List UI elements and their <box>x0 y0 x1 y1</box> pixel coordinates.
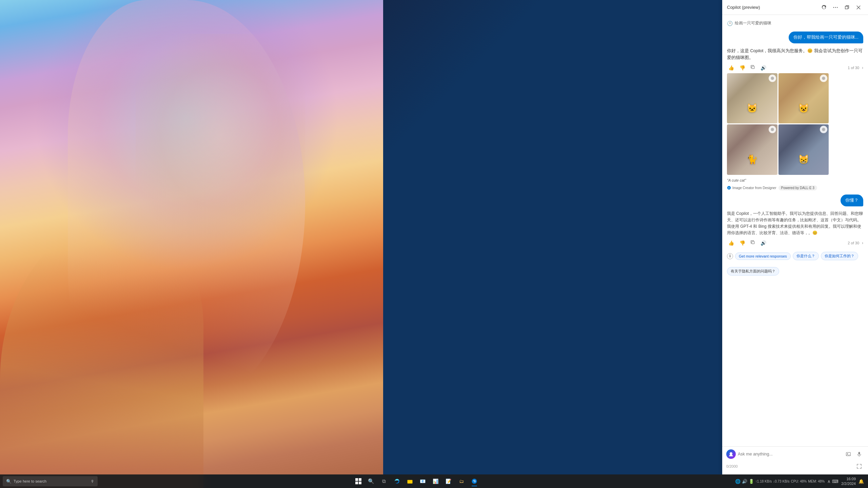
upload-speed: ↑1.18 KB/s <box>755 480 772 483</box>
search-taskbar-button[interactable]: 🔍 <box>366 475 377 487</box>
file-explorer-button[interactable] <box>404 475 416 487</box>
expand-button-2[interactable]: › <box>862 241 863 245</box>
cat-action-4[interactable] <box>820 126 827 133</box>
suggestion-chip-3[interactable]: 你是如何工作的？ <box>821 252 858 260</box>
dislike-button-1[interactable]: 👎 <box>738 64 747 71</box>
cat-face-2: 😺 <box>798 103 809 114</box>
start-button[interactable] <box>353 475 364 487</box>
app-icon-2[interactable]: 📊 <box>430 475 441 487</box>
copy-button-1[interactable] <box>749 64 756 71</box>
ai-text-2: 我是 Copilot，一个人工智能助手。我可以为您提供信息、回答问题、和您聊天、… <box>727 210 863 237</box>
svg-rect-18 <box>355 478 358 481</box>
svg-rect-6 <box>752 66 754 68</box>
svg-point-25 <box>474 481 475 482</box>
taskbar-search-text: Type here to search <box>14 479 46 483</box>
svg-rect-20 <box>355 482 358 484</box>
taskbar: 🔍 Type here to search 🎙 🔍 ⧉ 📧 📊 📝 🗂 <box>0 474 868 488</box>
ai-text-1: 你好，这是 Copilot，我很高兴为您服务。😊 我会尝试为您创作一只可爱的猫咪… <box>727 47 863 61</box>
svg-rect-21 <box>359 482 361 484</box>
taskbar-center-icons: 🔍 ⧉ 📧 📊 📝 🗂 <box>98 475 735 487</box>
copilot-panel: Copilot (preview) 🕐 绘画一只可爱的猫咪 你好，帮我绘画一 <box>722 0 868 474</box>
app-icon-1[interactable]: 📧 <box>417 475 429 487</box>
svg-point-1 <box>835 7 836 8</box>
cat-caption: "A cute cat" <box>727 178 863 182</box>
char-counter: 0/2000 <box>726 464 738 468</box>
svg-point-0 <box>833 7 834 8</box>
cat-action-3[interactable] <box>769 126 776 133</box>
page-counter-2: 2 of 30 <box>848 241 859 245</box>
volume-icon[interactable]: 🔊 <box>742 479 747 484</box>
cat-image-2[interactable]: 😺 <box>778 73 829 124</box>
dalle-badge: Powered by DALL·E 3 <box>778 185 817 190</box>
battery-icon[interactable]: 🔋 <box>749 479 754 484</box>
chat-input[interactable] <box>738 452 842 456</box>
svg-point-2 <box>837 7 838 8</box>
input-area: 0/2000 <box>722 446 868 474</box>
cortana-icon: 🎙 <box>91 479 94 483</box>
cat-action-1[interactable] <box>769 75 776 82</box>
app-icon-3[interactable]: 📝 <box>443 475 454 487</box>
expand-input-button[interactable] <box>854 462 864 471</box>
copilot-header: Copilot (preview) <box>722 0 868 15</box>
page-counter-1: 1 of 30 <box>848 66 859 70</box>
user-message-1: 你好，帮我绘画一只可爱的猫咪... <box>789 32 863 43</box>
chat-area[interactable]: 🕐 绘画一只可爱的猫咪 你好，帮我绘画一只可爱的猫咪... 你好，这是 Copi… <box>722 15 868 446</box>
source-text: Image Creator from Designer <box>732 186 776 190</box>
cat-image-grid: 🐱 😺 🐈 😸 <box>727 73 829 175</box>
svg-rect-13 <box>752 242 754 244</box>
svg-rect-3 <box>845 6 848 9</box>
mem-usage: MEM: 48% <box>808 480 825 483</box>
wallpaper-overlay-4 <box>136 34 305 237</box>
dislike-button-2[interactable]: 👎 <box>738 240 747 246</box>
cat-face-1: 🐱 <box>747 103 757 114</box>
cat-action-2[interactable] <box>820 75 827 82</box>
cat-source: D Image Creator from Designer Powered by… <box>727 185 863 190</box>
close-button[interactable] <box>854 3 863 12</box>
like-button-1[interactable]: 👍 <box>727 64 735 71</box>
app-icon-4[interactable]: 🗂 <box>456 475 467 487</box>
cat-image-4[interactable]: 😸 <box>778 124 829 175</box>
cat-image-1[interactable]: 🐱 <box>727 73 777 124</box>
clock[interactable]: 16:09 2/2/2024 <box>841 476 856 486</box>
privacy-chip[interactable]: 有关于隐私方面的问题吗？ <box>727 267 779 276</box>
feedback-row-1: 👍 👎 🔊 1 of 30 › <box>727 64 863 71</box>
task-view-button[interactable]: ⧉ <box>378 475 390 487</box>
suggestion-chip-1[interactable]: Get more relevant responses <box>735 252 791 260</box>
svg-text:D: D <box>728 186 730 189</box>
svg-rect-17 <box>859 452 860 455</box>
cat-image-3[interactable]: 🐈 <box>727 124 777 175</box>
svg-rect-19 <box>359 478 361 481</box>
history-text: 绘画一只可爱的猫咪 <box>735 20 771 26</box>
copilot-taskbar-button[interactable] <box>469 475 480 487</box>
suggestion-chip-2[interactable]: 你是什么？ <box>793 252 819 260</box>
ai-response-2: 我是 Copilot，一个人工智能助手。我可以为您提供信息、回答问题、和您聊天、… <box>727 210 863 247</box>
header-icons <box>819 3 863 12</box>
copy-button-2[interactable] <box>749 240 756 246</box>
copilot-avatar <box>726 449 736 459</box>
source-designer: D Image Creator from Designer <box>727 186 776 190</box>
restore-button[interactable] <box>842 3 852 12</box>
edge-button[interactable] <box>391 475 403 487</box>
user-message-2: 你懂？ <box>841 195 863 206</box>
show-hidden-icon[interactable]: ∧ <box>827 479 831 484</box>
svg-point-14 <box>730 452 732 455</box>
history-icon: 🕐 <box>727 21 733 26</box>
network-icon[interactable]: 🌐 <box>735 479 741 484</box>
date-display: 2/2/2024 <box>841 481 856 486</box>
cat-face-3: 🐈 <box>747 154 757 165</box>
like-button-2[interactable]: 👍 <box>727 240 735 246</box>
mic-button[interactable] <box>854 449 864 459</box>
image-attach-button[interactable] <box>844 449 853 459</box>
info-icon[interactable]: ℹ <box>727 253 733 259</box>
input-bottom: 0/2000 <box>726 461 864 472</box>
speak-button-2[interactable]: 🔊 <box>759 240 768 246</box>
notification-button[interactable]: 🔔 <box>859 479 864 484</box>
refresh-button[interactable] <box>819 3 829 12</box>
expand-button-1[interactable]: › <box>862 65 863 70</box>
ai-response-1: 你好，这是 Copilot，我很高兴为您服务。😊 我会尝试为您创作一只可爱的猫咪… <box>727 47 863 190</box>
more-options-button[interactable] <box>831 3 840 12</box>
privacy-row: 有关于隐私方面的问题吗？ <box>727 266 863 277</box>
speak-button-1[interactable]: 🔊 <box>759 64 768 71</box>
keyboard-icon[interactable]: ⌨ <box>832 479 839 484</box>
taskbar-search[interactable]: 🔍 Type here to search 🎙 <box>3 476 98 486</box>
